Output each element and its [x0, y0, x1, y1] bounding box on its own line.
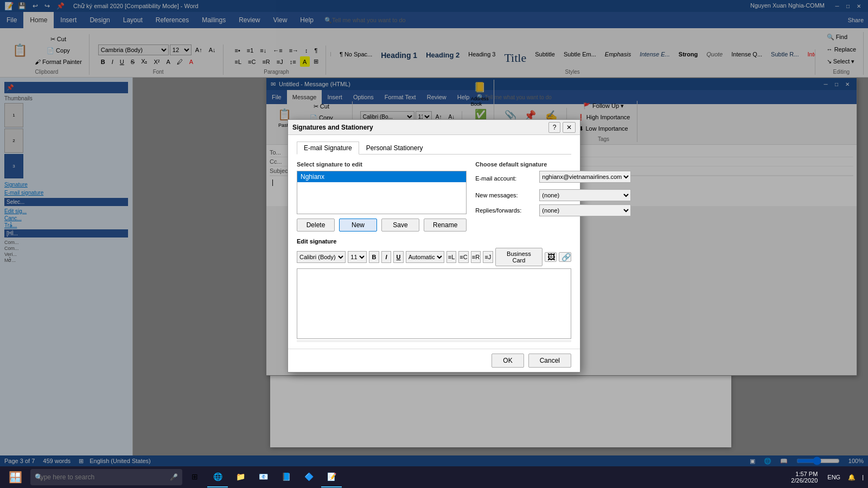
new-messages-select[interactable]: (none): [539, 189, 631, 201]
clock-date: 2/26/2020: [791, 477, 818, 484]
delete-btn[interactable]: Delete: [297, 219, 335, 232]
left-col: Select signature to edit Nghianx Delete …: [297, 161, 467, 232]
dialog-overlay: Signatures and Stationery ? ✕ E-mail Sig…: [0, 0, 868, 488]
ok-btn[interactable]: OK: [492, 354, 524, 368]
dialog-close-btn[interactable]: ✕: [563, 122, 576, 133]
sig-align-left-btn[interactable]: ≡L: [446, 251, 456, 263]
select-sig-label: Select signature to edit: [297, 161, 467, 168]
taskbar-lang[interactable]: ENG: [824, 474, 844, 480]
taskbar-edge[interactable]: 🌐: [207, 467, 228, 487]
outlook-icon: 📧: [257, 471, 269, 483]
new-btn[interactable]: New: [339, 219, 377, 232]
explorer-icon: 📁: [234, 471, 246, 483]
replies-row: Replies/forwards: (none): [475, 204, 631, 216]
replies-label: Replies/forwards:: [475, 207, 535, 214]
sig-bold-btn[interactable]: B: [369, 251, 379, 263]
sig-underline-btn[interactable]: U: [393, 251, 403, 263]
sig-action-buttons: Delete New Save Rename: [297, 219, 467, 232]
taskbar-notification[interactable]: 🔔: [846, 474, 858, 481]
dialog-body: E-mail Signature Personal Stationery Sel…: [288, 135, 580, 349]
dialog-tabs: E-mail Signature Personal Stationery: [297, 142, 571, 155]
taskbar-onenote[interactable]: 📘: [276, 467, 296, 487]
sig-toolbar: Calibri (Body) 11 B I U Automatic ≡L ≡C …: [297, 248, 571, 266]
sig-scrollbar[interactable]: [297, 340, 571, 342]
task-view-icon: ⊞: [189, 471, 201, 483]
choose-default-label: Choose default signature: [475, 161, 631, 168]
dialog-controls: ? ✕: [548, 122, 576, 133]
edge-icon: 🌐: [212, 471, 224, 483]
app5-icon: 🔷: [303, 471, 315, 483]
business-card-btn[interactable]: Business Card: [495, 248, 543, 266]
sig-align-right-btn[interactable]: ≡R: [471, 251, 481, 263]
email-account-row: E-mail account: nghianx@vietnamairlines.…: [475, 171, 631, 186]
taskbar: 🪟 🔍 🎤 ⊞ 🌐 📁 📧 📘 🔷 📝 1:57 PM 2/26/2020 EN…: [0, 466, 868, 488]
sig-italic-btn[interactable]: I: [381, 251, 391, 263]
taskbar-search-area: 🔍 🎤: [30, 469, 182, 485]
edit-sig-section: Edit signature Calibri (Body) 11 B I U A…: [297, 238, 571, 342]
dialog-footer: OK Cancel: [288, 349, 580, 372]
email-account-select[interactable]: nghianx@vietnamairlines.com: [539, 171, 631, 183]
new-messages-row: New messages: (none): [475, 189, 631, 201]
signatures-dialog: Signatures and Stationery ? ✕ E-mail Sig…: [288, 119, 580, 373]
taskbar-search-input[interactable]: [30, 469, 182, 485]
tab-personal-stationery[interactable]: Personal Stationery: [359, 142, 430, 154]
insert-pic-btn[interactable]: 🖼: [545, 252, 557, 262]
taskbar-show-desktop[interactable]: |: [860, 474, 866, 480]
sig-justify-btn[interactable]: ≡J: [483, 251, 493, 263]
taskbar-explorer[interactable]: 📁: [230, 467, 251, 487]
dialog-two-col: Select signature to edit Nghianx Delete …: [297, 161, 571, 232]
onenote-icon: 📘: [280, 471, 292, 483]
taskbar-outlook[interactable]: 📧: [253, 467, 273, 487]
search-icon: 🔍: [35, 473, 43, 481]
replies-select[interactable]: (none): [539, 204, 631, 216]
taskbar-task-view[interactable]: ⊞: [184, 467, 205, 487]
clock-time: 1:57 PM: [791, 471, 818, 477]
taskbar-word[interactable]: 📝: [321, 467, 342, 487]
insert-hyperlink-btn[interactable]: 🔗: [559, 252, 571, 262]
email-account-label: E-mail account:: [475, 175, 535, 182]
sig-edit-area[interactable]: [297, 268, 571, 339]
rename-btn[interactable]: Rename: [424, 219, 467, 232]
edit-sig-label: Edit signature: [297, 238, 571, 245]
dialog-help-btn[interactable]: ?: [548, 122, 560, 133]
save-btn[interactable]: Save: [381, 219, 419, 232]
word-icon: 📝: [326, 471, 337, 483]
start-button[interactable]: 🪟: [2, 466, 28, 488]
sig-color-select[interactable]: Automatic: [406, 251, 444, 263]
sig-align-center-btn[interactable]: ≡C: [458, 251, 468, 263]
sig-fontsize-select[interactable]: 11: [348, 251, 367, 263]
tab-email-signature[interactable]: E-mail Signature: [297, 142, 359, 155]
new-messages-label: New messages:: [475, 192, 535, 198]
dialog-title: Signatures and Stationery: [292, 124, 373, 131]
cancel-btn[interactable]: Cancel: [528, 354, 571, 368]
signature-list: Nghianx: [297, 171, 467, 214]
right-col: Choose default signature E-mail account:…: [475, 161, 631, 232]
sig-font-select[interactable]: Calibri (Body): [297, 251, 346, 263]
dialog-titlebar: Signatures and Stationery ? ✕: [288, 120, 580, 135]
sig-list-item-nghianx[interactable]: Nghianx: [297, 171, 466, 182]
microphone-icon[interactable]: 🎤: [170, 473, 178, 481]
taskbar-app5[interactable]: 🔷: [298, 467, 319, 487]
taskbar-clock: 1:57 PM 2/26/2020: [787, 471, 822, 484]
